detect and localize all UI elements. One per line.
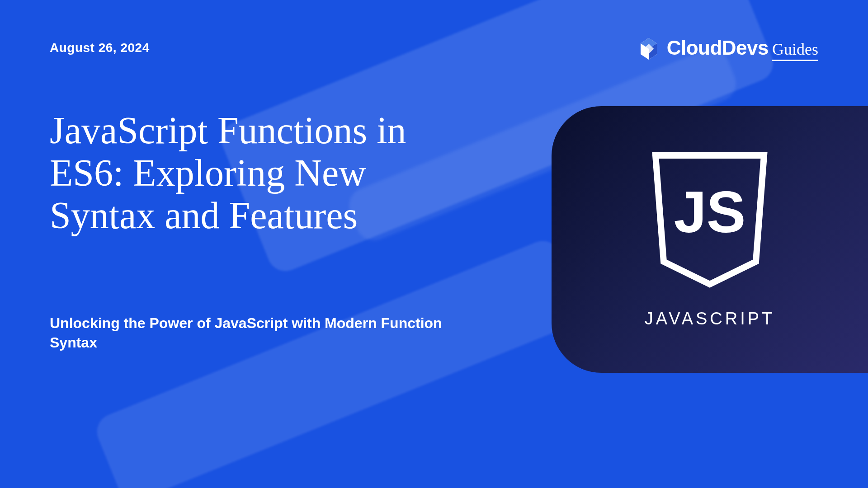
page-title: JavaScript Functions in ES6: Exploring N… [50, 109, 448, 237]
publish-date: August 26, 2024 [50, 41, 818, 55]
page-subtitle: Unlocking the Power of JavaScript with M… [50, 314, 457, 352]
